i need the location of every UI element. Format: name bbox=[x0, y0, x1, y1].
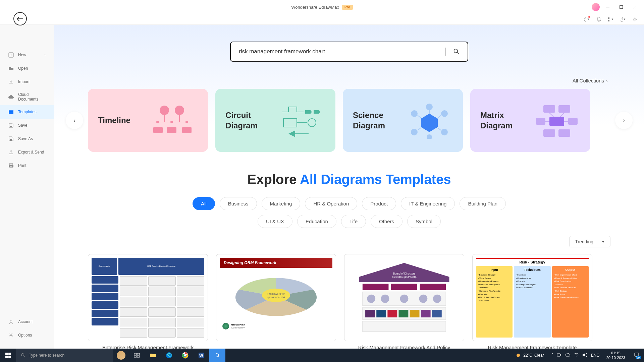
taskbar-chrome[interactable] bbox=[177, 349, 193, 362]
filter-chip-product[interactable]: Product bbox=[362, 197, 396, 210]
share-button[interactable]: ▼ bbox=[620, 16, 626, 22]
export-icon bbox=[8, 149, 14, 155]
template-thumbnail: Board of Directors Committee (LUPC/CD) bbox=[344, 254, 464, 341]
svg-rect-76 bbox=[376, 310, 386, 317]
svg-text:Framework for: Framework for bbox=[267, 292, 285, 295]
tray-notifications[interactable]: 24 bbox=[632, 352, 641, 359]
sidebar-export-label: Export & Send bbox=[18, 150, 44, 155]
category-card-matrix[interactable]: Matrix Diagram bbox=[470, 89, 590, 152]
help-button[interactable]: ? ▼ bbox=[584, 16, 590, 22]
category-card-timeline[interactable]: Timeline bbox=[88, 89, 208, 152]
template-thumbnail: ComponentsERP Area's - Detailed Structur… bbox=[88, 254, 208, 341]
taskbar-search[interactable]: Type here to search bbox=[16, 349, 113, 362]
apps-button[interactable]: ▼ bbox=[608, 16, 614, 22]
svg-point-69 bbox=[367, 295, 375, 303]
filter-chip-education[interactable]: Education bbox=[297, 215, 336, 228]
filter-chip-marketing[interactable]: Marketing bbox=[262, 197, 301, 210]
settings-button[interactable] bbox=[632, 16, 638, 22]
taskbar-edrawmax[interactable] bbox=[209, 349, 225, 362]
svg-line-44 bbox=[418, 115, 421, 118]
taskbar-search-placeholder: Type here to search bbox=[29, 353, 64, 358]
template-card[interactable]: Designing ORM Framework Framework for op… bbox=[216, 254, 336, 349]
filter-chip-building[interactable]: Building Plan bbox=[460, 197, 506, 210]
carousel-next-button[interactable]: › bbox=[615, 112, 633, 129]
tray-chevron-up-icon[interactable]: ˄ bbox=[551, 353, 553, 358]
svg-rect-6 bbox=[608, 20, 609, 21]
sidebar-import-label: Import bbox=[18, 79, 30, 84]
tray-wifi-icon[interactable] bbox=[574, 353, 579, 358]
sidebar-item-open[interactable]: Open bbox=[0, 62, 54, 75]
avatar[interactable] bbox=[592, 3, 600, 11]
taskbar-taskview[interactable] bbox=[129, 349, 145, 362]
tray-volume-icon[interactable] bbox=[582, 353, 588, 358]
taskbar-edge[interactable] bbox=[161, 349, 177, 362]
filter-chip-uiux[interactable]: UI & UX bbox=[258, 215, 292, 228]
taskbar-cortana[interactable] bbox=[117, 351, 125, 360]
sidebar-item-export[interactable]: Export & Send bbox=[0, 145, 54, 159]
sidebar-item-print[interactable]: Print bbox=[0, 159, 54, 172]
sidebar-item-saveas[interactable]: Save As bbox=[0, 132, 54, 145]
taskbar-word[interactable]: W bbox=[193, 349, 209, 362]
svg-point-37 bbox=[441, 110, 448, 117]
filter-chip-all[interactable]: All bbox=[193, 197, 215, 210]
sidebar-item-account[interactable]: Account bbox=[0, 315, 54, 328]
filter-chips-row2: UI & UX Education Life Others Symbol bbox=[88, 215, 610, 228]
help-notif-dot bbox=[588, 16, 590, 18]
svg-rect-88 bbox=[134, 353, 137, 355]
sidebar-item-save[interactable]: Save bbox=[0, 119, 54, 132]
weather-temp: 22°C bbox=[523, 353, 532, 358]
filter-chip-hr[interactable]: HR & Operation bbox=[305, 197, 357, 210]
svg-line-43 bbox=[438, 115, 441, 118]
taskbar-clock[interactable]: 01:15 20-10-2023 bbox=[604, 351, 628, 360]
sidebar-item-templates[interactable]: Templates bbox=[0, 105, 54, 119]
category-card-science[interactable]: Science Diagram bbox=[343, 89, 463, 152]
all-collections-label: All Collections bbox=[573, 78, 604, 83]
template-card[interactable]: Risk - Strategy Input • Business Strateg… bbox=[472, 254, 592, 349]
tray-lang[interactable]: ENG bbox=[591, 353, 600, 358]
template-card[interactable]: Board of Directors Committee (LUPC/CD) R… bbox=[344, 254, 464, 349]
svg-rect-31 bbox=[283, 119, 297, 127]
tray-meet-icon[interactable] bbox=[557, 353, 561, 358]
sidebar-item-new[interactable]: New + bbox=[0, 48, 54, 62]
notifications-button[interactable] bbox=[596, 16, 602, 22]
maximize-button[interactable] bbox=[616, 2, 627, 12]
template-title: Risk Management Framework And Policy bbox=[344, 345, 464, 349]
template-card[interactable]: ComponentsERP Area's - Detailed Structur… bbox=[88, 254, 208, 349]
taskbar-explorer[interactable] bbox=[145, 349, 161, 362]
filter-chips-row1: All Business Marketing HR & Operation Pr… bbox=[88, 197, 610, 210]
svg-rect-51 bbox=[568, 118, 578, 125]
taskbar-weather[interactable]: 22°C Clear bbox=[512, 352, 547, 358]
sidebar-item-import[interactable]: Import bbox=[0, 75, 54, 88]
search-input[interactable] bbox=[239, 48, 445, 55]
taskbar: Type here to search W 22°C Clear ˄ ENG 0… bbox=[0, 349, 644, 362]
sort-select[interactable]: Trending ▼ bbox=[569, 236, 610, 247]
search-icon[interactable] bbox=[453, 49, 460, 55]
svg-rect-50 bbox=[536, 118, 545, 125]
filter-chip-symbol[interactable]: Symbol bbox=[407, 215, 441, 228]
start-button[interactable] bbox=[0, 349, 16, 362]
category-card-circuit[interactable]: Circuit Diagram bbox=[215, 89, 335, 152]
filter-chip-it[interactable]: IT & Engineering bbox=[401, 197, 455, 210]
minimize-button[interactable] bbox=[602, 2, 613, 12]
close-button[interactable] bbox=[629, 2, 640, 12]
filter-chip-others[interactable]: Others bbox=[371, 215, 402, 228]
svg-line-46 bbox=[418, 128, 421, 130]
sidebar-item-cloud[interactable]: Cloud Documents bbox=[0, 88, 54, 105]
plus-icon[interactable]: + bbox=[44, 53, 46, 57]
main-container: New + Open Import Cloud Documents Templa… bbox=[0, 25, 644, 349]
category-carousel: ‹ Timeline Circuit Diagram Science Diagr… bbox=[88, 89, 610, 152]
svg-point-21 bbox=[175, 106, 184, 115]
timeline-illustration bbox=[148, 99, 198, 142]
template-grid: ComponentsERP Area's - Detailed Structur… bbox=[88, 254, 610, 349]
text-cursor bbox=[445, 48, 445, 56]
carousel-prev-button[interactable]: ‹ bbox=[66, 112, 83, 129]
filter-chip-life[interactable]: Life bbox=[341, 215, 366, 228]
category-title: Circuit Diagram bbox=[225, 110, 278, 131]
tray-onedrive-icon[interactable] bbox=[565, 353, 570, 358]
sidebar-item-options[interactable]: Options bbox=[0, 328, 54, 342]
search-box[interactable] bbox=[230, 42, 468, 62]
all-collections-link[interactable]: All Collections › bbox=[88, 78, 608, 83]
sun-icon bbox=[515, 352, 521, 358]
svg-rect-1 bbox=[620, 6, 623, 9]
filter-chip-business[interactable]: Business bbox=[220, 197, 257, 210]
